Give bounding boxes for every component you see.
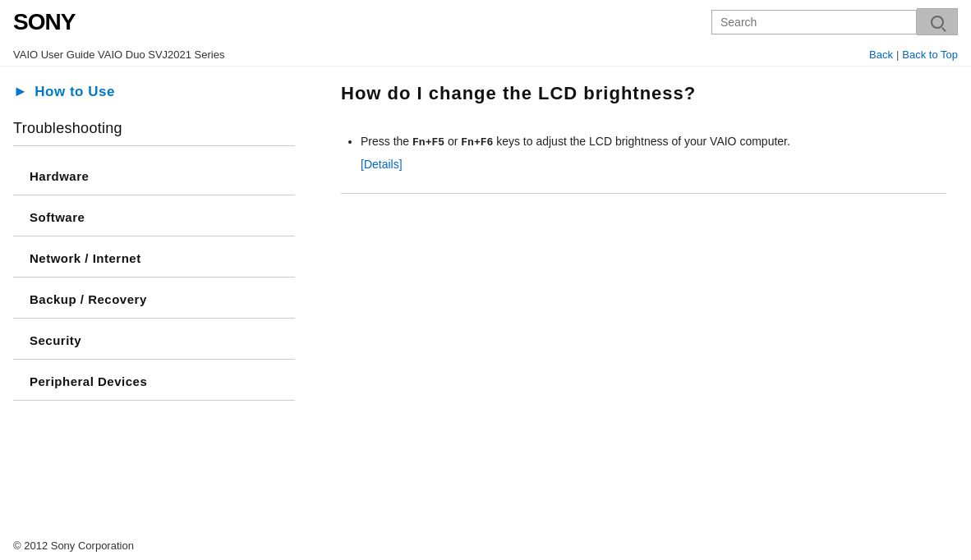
- breadcrumb-nav: Back | Back to Top: [869, 48, 958, 61]
- sidebar-item-software[interactable]: Software: [13, 195, 295, 236]
- content-body: Press the Fn+F5 or Fn+F6 keys to adjust …: [341, 132, 946, 194]
- back-to-top-link[interactable]: Back to Top: [902, 48, 958, 61]
- content-list-item: Press the Fn+F5 or Fn+F6 keys to adjust …: [361, 132, 946, 173]
- sidebar-item-network[interactable]: Network / Internet: [13, 236, 295, 278]
- back-link[interactable]: Back: [869, 48, 893, 61]
- bullet-text-end: keys to adjust the LCD brightness of you…: [493, 135, 790, 148]
- header: SONY: [0, 0, 971, 44]
- search-button[interactable]: [917, 8, 958, 35]
- sidebar-item-backup[interactable]: Backup / Recovery: [13, 278, 295, 319]
- sidebar-item-hardware[interactable]: Hardware: [13, 154, 295, 195]
- sidebar-group-divider: [13, 145, 295, 146]
- content-area: How do I change the LCD brightness? Pres…: [308, 67, 971, 526]
- key1: Fn+F5: [412, 136, 444, 149]
- logo-area: SONY: [13, 9, 75, 35]
- breadcrumb-bar: VAIO User Guide VAIO Duo SVJ2021 Series …: [0, 44, 971, 67]
- copyright-text: © 2012 Sony Corporation: [13, 539, 134, 552]
- main-layout: ► How to Use Troubleshooting Hardware So…: [0, 67, 971, 526]
- section-arrow-icon: ►: [13, 83, 28, 100]
- sidebar-section-title: ► How to Use: [13, 83, 295, 100]
- guide-title: VAIO User Guide VAIO Duo SVJ2021 Series: [13, 48, 224, 61]
- content-list: Press the Fn+F5 or Fn+F6 keys to adjust …: [341, 132, 946, 173]
- sony-logo: SONY: [13, 9, 75, 35]
- content-divider: [341, 193, 946, 194]
- bullet-text-mid: or: [444, 135, 461, 148]
- details-link[interactable]: [Details]: [361, 155, 946, 173]
- sidebar-section-label: How to Use: [35, 84, 115, 100]
- breadcrumb-separator: |: [896, 48, 899, 61]
- content-title: How do I change the LCD brightness?: [341, 83, 946, 112]
- key2: Fn+F6: [461, 136, 493, 149]
- sidebar: ► How to Use Troubleshooting Hardware So…: [0, 67, 308, 526]
- bullet-text-before: Press the: [361, 135, 412, 148]
- search-area: [711, 8, 958, 35]
- search-icon: [931, 16, 944, 29]
- sidebar-group-title: Troubleshooting: [13, 120, 295, 137]
- sidebar-item-security[interactable]: Security: [13, 319, 295, 360]
- footer: © 2012 Sony Corporation: [0, 526, 971, 560]
- search-input[interactable]: [711, 10, 917, 34]
- sidebar-item-peripheral[interactable]: Peripheral Devices: [13, 360, 295, 401]
